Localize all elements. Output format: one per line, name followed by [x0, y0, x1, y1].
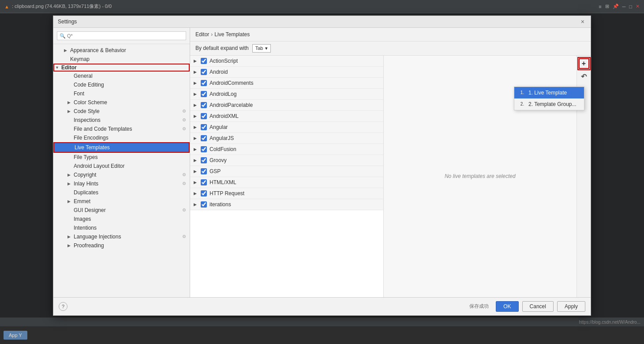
sidebar-item-language-injections[interactable]: ▶ Language Injections ⚙ [53, 232, 190, 241]
group-checkbox[interactable] [201, 113, 207, 119]
group-checkbox[interactable] [201, 80, 207, 86]
group-checkbox[interactable] [201, 168, 207, 174]
expand-label: By default expand with [195, 45, 249, 51]
sidebar-item-label: Images [74, 216, 91, 222]
template-group-gsp: ▶ GSP [190, 166, 383, 177]
context-menu-label: 1. Live Template [528, 90, 567, 96]
taskbar-item[interactable]: App Y [4, 331, 27, 340]
group-checkbox[interactable] [201, 91, 207, 97]
group-expand-arrow: ▶ [194, 81, 198, 85]
breadcrumb-arrow: › [211, 31, 213, 38]
sidebar-item-appearance[interactable]: ▶ Appearance & Behavior [53, 46, 190, 55]
template-group-row[interactable]: ▶ HTML/XML [190, 177, 383, 188]
sidebar-item-label: Code Editing [74, 82, 104, 88]
sidebar-item-file-code-templates[interactable]: File and Code Templates ⚙ [53, 125, 190, 133]
settings-icon: ⚙ [182, 208, 186, 212]
close-icon[interactable]: ✕ [636, 4, 640, 9]
group-checkbox[interactable] [201, 146, 207, 152]
sidebar-item-images[interactable]: Images [53, 215, 190, 223]
template-group-row[interactable]: ▶ iterations [190, 199, 383, 210]
sidebar-item-inspections[interactable]: Inspections ⚙ [53, 116, 190, 125]
live-template-icon: 1. [519, 89, 526, 96]
sidebar-item-color-scheme[interactable]: ▶ Color Scheme [53, 98, 190, 107]
settings-icon: ⚙ [182, 181, 186, 186]
search-box: 🔍 [53, 28, 190, 44]
ok-button[interactable]: OK [496, 301, 518, 312]
pin-icon[interactable]: 📌 [613, 4, 619, 9]
template-group-row[interactable]: ▶ AndroidXML [190, 111, 383, 121]
sidebar-item-label: Proofreading [74, 242, 104, 249]
sidebar-item-copyright[interactable]: ▶ Copyright ⚙ [53, 170, 190, 179]
window-title: ▲ : clipboard.png (74.46KB, 1379x711像素) … [4, 3, 112, 10]
template-group-row[interactable]: ▶ Angular [190, 122, 383, 132]
sidebar-item-emmet[interactable]: ▶ Emmet [53, 197, 190, 206]
template-group-htmlxml: ▶ HTML/XML [190, 177, 383, 188]
template-group-row[interactable]: ▶ ColdFusion [190, 144, 383, 155]
template-group-row[interactable]: ▶ AndroidLog [190, 89, 383, 99]
sidebar-item-duplicates[interactable]: Duplicates [53, 188, 190, 197]
group-checkbox[interactable] [201, 124, 207, 130]
sidebar-item-intentions[interactable]: Intentions [53, 223, 190, 232]
group-checkbox[interactable] [201, 179, 207, 185]
group-checkbox[interactable] [201, 102, 207, 108]
group-checkbox[interactable] [201, 157, 207, 163]
template-group-android: ▶ Android [190, 67, 383, 78]
sidebar-item-code-editing[interactable]: Code Editing [53, 80, 190, 89]
cancel-button[interactable]: Cancel [522, 301, 554, 312]
group-checkbox[interactable] [201, 201, 207, 208]
help-button[interactable]: ? [59, 302, 67, 311]
sidebar-item-android-layout[interactable]: Android Layout Editor [53, 162, 190, 170]
fullscreen-icon[interactable]: ⊞ [605, 4, 609, 9]
sidebar-item-editor[interactable]: ▼ Editor [53, 64, 190, 72]
template-group-row[interactable]: ▶ AndroidComments [190, 78, 383, 88]
sidebar-item-proofreading[interactable]: ▶ Proofreading [53, 241, 190, 250]
template-group-row[interactable]: ▶ GSP [190, 166, 383, 177]
sidebar-item-label: GUI Designer [74, 207, 106, 213]
template-group-row[interactable]: ▶ AndroidParcelable [190, 100, 383, 110]
sidebar-item-keymap[interactable]: Keymap [53, 55, 190, 64]
group-checkbox[interactable] [201, 58, 207, 64]
group-expand-arrow: ▶ [194, 158, 198, 163]
sidebar-item-general[interactable]: General [53, 72, 190, 80]
search-input[interactable] [57, 31, 186, 40]
expand-value: Tab [255, 45, 263, 51]
content-header: Editor › Live Templates [190, 28, 591, 42]
minimize-icon[interactable]: ─ [622, 4, 626, 9]
group-checkbox[interactable] [201, 69, 207, 75]
revert-button[interactable]: ↶ [579, 72, 589, 82]
template-group-row[interactable]: ▶ AngularJS [190, 133, 383, 144]
sidebar-item-label: Duplicates [74, 189, 98, 196]
context-menu-item-template-group[interactable]: 2. 2. Template Group... [514, 98, 584, 110]
sidebar-item-file-types[interactable]: File Types [53, 153, 190, 162]
sidebar-item-label: Live Templates [75, 144, 110, 151]
sidebar-item-live-templates[interactable]: Live Templates [53, 142, 190, 153]
template-group-row[interactable]: ▶ Groovy [190, 155, 383, 166]
sidebar-item-file-encodings[interactable]: File Encodings [53, 133, 190, 142]
menu-icon[interactable]: ≡ [599, 4, 601, 9]
context-menu-item-live-template[interactable]: 1. 1. Live Template [514, 87, 584, 98]
settings-sidebar: 🔍 ▶ Appearance & Behavior Keymap [53, 28, 190, 297]
group-label: AndroidComments [210, 80, 253, 86]
sidebar-item-font[interactable]: Font [53, 89, 190, 98]
expand-dropdown[interactable]: Tab ▾ [252, 44, 271, 53]
maximize-icon[interactable]: □ [629, 4, 632, 9]
app-icon: ▲ [4, 4, 9, 9]
apply-button[interactable]: Apply [557, 301, 585, 312]
group-expand-arrow: ▶ [194, 136, 198, 140]
group-checkbox[interactable] [201, 135, 207, 141]
dialog-body: 🔍 ▶ Appearance & Behavior Keymap [53, 28, 591, 297]
template-group-row[interactable]: ▶ Android [190, 67, 383, 77]
sidebar-item-label: Inlay Hints [74, 181, 98, 187]
sidebar-item-inlay-hints[interactable]: ▶ Inlay Hints ⚙ [53, 179, 190, 188]
sidebar-item-code-style[interactable]: ▶ Code Style ⚙ [53, 107, 190, 116]
add-button[interactable]: + [579, 58, 589, 69]
expand-arrow: ▶ [67, 243, 72, 248]
expand-arrow: ▶ [64, 48, 68, 53]
group-label: HTTP Request [210, 190, 244, 197]
group-label: iterations [210, 201, 231, 208]
template-group-row[interactable]: ▶ ActionScript [190, 56, 383, 66]
template-group-row[interactable]: ▶ HTTP Request [190, 188, 383, 199]
dialog-close-button[interactable]: × [579, 19, 586, 25]
sidebar-item-gui-designer[interactable]: GUI Designer ⚙ [53, 206, 190, 215]
group-checkbox[interactable] [201, 190, 207, 197]
